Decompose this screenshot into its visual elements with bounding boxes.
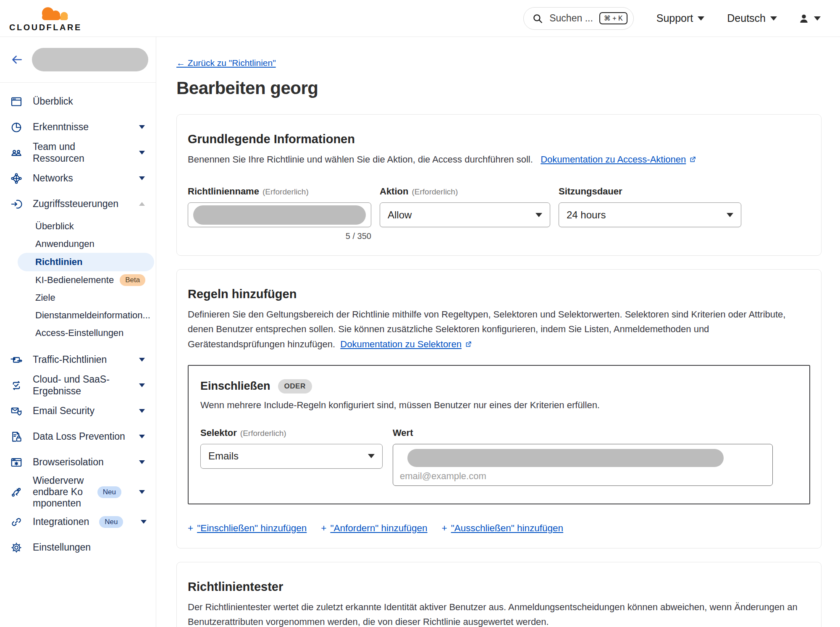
- policy-tester-description: Der Richtlinientester wertet die zuletzt…: [188, 600, 805, 627]
- email-shield-icon: [10, 405, 23, 417]
- include-heading: Einschließen: [200, 380, 270, 393]
- sidebar-item-data-loss-prevention[interactable]: Data Loss Prevention: [0, 424, 156, 449]
- sidebar-item-traffic-richtlinien[interactable]: Traffic-Richtlinien: [0, 347, 156, 373]
- sidebar-item-wiederverwendbare-komponenten[interactable]: Wiederverwendbare Komponenten Neu: [0, 475, 156, 509]
- zugriffssteuerungen-submenu: Überblick Anwendungen Richtlinien KI-Bed…: [0, 217, 156, 347]
- selector-label: Selektor(Erforderlich): [200, 428, 383, 438]
- account-name-redacted[interactable]: [32, 48, 148, 71]
- link-chain-icon: [10, 516, 23, 528]
- sidebar-item-ueberblick[interactable]: Überblick: [0, 89, 156, 114]
- basic-info-description: Benennen Sie Ihre Richtlinie und wählen …: [188, 154, 533, 165]
- window-icon: [10, 95, 23, 108]
- sidebar-subitem-dienstanmeldeinformationen[interactable]: Dienstanmeldeinformation...: [0, 307, 156, 324]
- rules-description: Definieren Sie den Geltungsbereich der R…: [188, 309, 785, 349]
- required-hint: (Erforderlich): [412, 187, 458, 196]
- value-redacted-pill: [407, 449, 724, 467]
- reusable-components-icon: [10, 486, 23, 498]
- policy-name-value-redacted: [193, 205, 366, 225]
- top-header: CLOUDFLARE Suchen ... ⌘ + K Support Deut…: [0, 0, 840, 37]
- basic-info-heading: Grundlegende Informationen: [188, 132, 810, 146]
- action-selected-value: Allow: [388, 209, 412, 221]
- sidebar-subitem-ueberblick[interactable]: Überblick: [0, 218, 156, 235]
- cloudflare-logo[interactable]: CLOUDFLARE: [9, 5, 82, 32]
- required-hint: (Erforderlich): [240, 429, 286, 438]
- sidebar-item-team-und-ressourcen[interactable]: Team und Ressourcen: [0, 140, 156, 165]
- sidebar-item-browserisolation[interactable]: Browserisolation: [0, 449, 156, 475]
- chevron-down-icon: [141, 520, 147, 524]
- action-label: Aktion(Erforderlich): [380, 186, 550, 197]
- language-menu[interactable]: Deutsch: [727, 12, 777, 24]
- policy-name-label: Richtlinienname(Erforderlich): [188, 186, 371, 197]
- gear-icon: [10, 541, 23, 554]
- include-description: Wenn mehrere Include-Regeln konfiguriert…: [200, 400, 798, 411]
- selector-select[interactable]: Emails: [200, 444, 383, 469]
- chevron-down-icon: [139, 383, 145, 387]
- main-content: ← Zurück zu "Richtlinien" Bearbeiten geo…: [156, 37, 840, 627]
- sidebar-item-networks[interactable]: Networks: [0, 165, 156, 191]
- neu-badge: Neu: [99, 516, 123, 528]
- chevron-down-icon: [139, 358, 145, 362]
- sidebar-subitem-access-einstellungen[interactable]: Access-Einstellungen: [0, 324, 156, 342]
- chevron-up-icon: [139, 202, 145, 206]
- chevron-down-icon: [698, 16, 704, 21]
- login-arrow-icon: [10, 198, 23, 210]
- policy-tester-card: Richtlinientester Der Richtlinientester …: [176, 562, 822, 627]
- sidebar-item-erkenntnisse[interactable]: Erkenntnisse: [0, 114, 156, 140]
- action-select[interactable]: Allow: [380, 202, 550, 227]
- add-exclude-rule-link[interactable]: +"Ausschließen" hinzufügen: [442, 523, 564, 534]
- beta-badge: Beta: [120, 274, 145, 286]
- session-selected-value: 24 hours: [567, 209, 606, 221]
- search-placeholder: Suchen ...: [549, 13, 593, 24]
- sync-check-icon: [10, 379, 23, 392]
- chevron-down-icon: [770, 16, 777, 21]
- back-to-policies-link[interactable]: ← Zurück zu "Richtlinien": [176, 58, 276, 68]
- session-duration-label: Sitzungsdauer: [559, 186, 741, 197]
- value-label: Wert: [393, 428, 773, 438]
- sidebar-subitem-richtlinien-active[interactable]: Richtlinien: [18, 253, 154, 271]
- value-placeholder: email@example.com: [400, 471, 767, 482]
- sidebar-item-einstellungen[interactable]: Einstellungen: [0, 535, 156, 560]
- external-link-icon: [462, 339, 472, 349]
- policy-name-input[interactable]: [188, 202, 371, 227]
- sidebar-item-cloud-und-saas-ergebnisse[interactable]: Cloud- und SaaS-Ergebnisse: [0, 373, 156, 398]
- collapse-sidebar-back-arrow-icon[interactable]: [10, 53, 24, 66]
- rules-card: Regeln hinzufügen Definieren Sie den Gel…: [176, 269, 822, 548]
- basic-info-card: Grundlegende Informationen Benennen Sie …: [176, 114, 822, 256]
- include-rule-group: Einschließen ODER Wenn mehrere Include-R…: [188, 365, 810, 504]
- chevron-down-icon: [139, 409, 145, 413]
- chevron-down-icon: [139, 490, 145, 494]
- external-link-icon: [686, 154, 697, 165]
- team-icon: [10, 147, 23, 159]
- user-account-menu[interactable]: [798, 13, 821, 24]
- sidebar-subitem-ziele[interactable]: Ziele: [0, 289, 156, 307]
- chevron-down-icon: [814, 16, 821, 21]
- session-duration-select[interactable]: 24 hours: [559, 202, 741, 227]
- neu-badge: Neu: [97, 486, 121, 498]
- support-label: Support: [656, 12, 693, 24]
- chevron-down-icon: [139, 176, 145, 180]
- value-multi-input[interactable]: email@example.com: [393, 444, 773, 486]
- add-include-rule-link[interactable]: +"Einschließen" hinzufügen: [188, 523, 307, 534]
- sidebar-subitem-anwendungen[interactable]: Anwendungen: [0, 235, 156, 253]
- sidebar-item-zugriffssteuerungen[interactable]: Zugriffssteuerungen: [0, 191, 156, 217]
- search-icon: [532, 13, 543, 24]
- add-require-rule-link[interactable]: +"Anfordern" hinzufügen: [321, 523, 427, 534]
- user-icon: [798, 13, 810, 24]
- rules-heading: Regeln hinzufügen: [188, 287, 810, 301]
- chevron-down-icon: [139, 435, 145, 438]
- global-search[interactable]: Suchen ... ⌘ + K: [523, 7, 633, 30]
- pie-chart-icon: [10, 121, 23, 134]
- sidebar-subitem-ki-bedienelemente[interactable]: KI-Bedienelemente Beta: [0, 271, 156, 289]
- chevron-down-icon: [536, 213, 542, 217]
- support-menu[interactable]: Support: [656, 12, 705, 24]
- sidebar-item-email-security[interactable]: Email Security: [0, 398, 156, 424]
- sidebar-item-integrationen[interactable]: Integrationen Neu: [0, 509, 156, 535]
- selector-selected-value: Emails: [208, 450, 239, 462]
- selectors-doc-link[interactable]: Dokumentation zu Selektoren: [340, 339, 462, 349]
- cloudflare-cloud-icon: [33, 5, 76, 23]
- access-actions-doc-link[interactable]: Dokumentation zu Access-Aktionen: [541, 154, 686, 165]
- required-hint: (Erforderlich): [262, 187, 309, 196]
- chevron-down-icon: [139, 125, 145, 129]
- character-counter: 5 / 350: [346, 231, 371, 241]
- document-lock-icon: [10, 430, 23, 443]
